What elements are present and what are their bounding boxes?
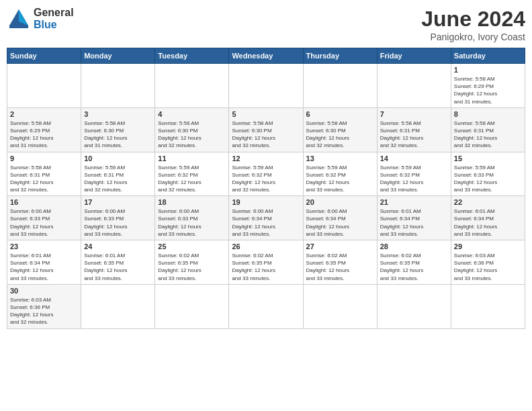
- week-row-2: 9Sunrise: 5:58 AM Sunset: 6:31 PM Daylig…: [7, 152, 525, 196]
- week-row-0: 1Sunrise: 5:58 AM Sunset: 6:29 PM Daylig…: [7, 64, 525, 108]
- day-cell: 28Sunrise: 6:02 AM Sunset: 6:35 PM Dayli…: [377, 240, 451, 285]
- day-cell: 30Sunrise: 6:03 AM Sunset: 6:36 PM Dayli…: [7, 284, 81, 328]
- day-number: 19: [232, 198, 300, 206]
- day-cell: 22Sunrise: 6:01 AM Sunset: 6:34 PM Dayli…: [451, 196, 525, 240]
- day-cell: 1Sunrise: 5:58 AM Sunset: 6:29 PM Daylig…: [451, 64, 525, 108]
- weekday-thursday: Thursday: [303, 48, 377, 64]
- page-header: General Blue June 2024 Panigokro, Ivory …: [7, 7, 525, 42]
- day-number: 14: [380, 154, 448, 163]
- day-info: Sunrise: 6:01 AM Sunset: 6:34 PM Dayligh…: [10, 252, 78, 282]
- day-cell: [81, 284, 155, 328]
- calendar-body: 1Sunrise: 5:58 AM Sunset: 6:29 PM Daylig…: [7, 64, 525, 329]
- day-cell: 8Sunrise: 5:58 AM Sunset: 6:31 PM Daylig…: [451, 107, 525, 152]
- day-cell: 2Sunrise: 5:58 AM Sunset: 6:29 PM Daylig…: [7, 107, 81, 152]
- day-cell: 21Sunrise: 6:01 AM Sunset: 6:34 PM Dayli…: [377, 196, 451, 240]
- week-row-1: 2Sunrise: 5:58 AM Sunset: 6:29 PM Daylig…: [7, 107, 525, 152]
- calendar-subtitle: Panigokro, Ivory Coast: [421, 32, 525, 42]
- week-row-3: 16Sunrise: 6:00 AM Sunset: 6:33 PM Dayli…: [7, 196, 525, 240]
- day-cell: [377, 64, 451, 108]
- day-number: 27: [306, 242, 374, 250]
- day-number: 9: [10, 154, 78, 163]
- day-number: 5: [232, 110, 300, 118]
- day-number: 26: [232, 242, 300, 250]
- calendar-header: SundayMondayTuesdayWednesdayThursdayFrid…: [7, 48, 525, 64]
- day-cell: 14Sunrise: 5:59 AM Sunset: 6:32 PM Dayli…: [377, 152, 451, 196]
- logo-icon: [7, 7, 31, 31]
- day-info: Sunrise: 6:02 AM Sunset: 6:35 PM Dayligh…: [380, 252, 448, 282]
- logo-text: General Blue: [34, 7, 74, 30]
- day-cell: 11Sunrise: 5:59 AM Sunset: 6:32 PM Dayli…: [155, 152, 229, 196]
- day-cell: 25Sunrise: 6:02 AM Sunset: 6:35 PM Dayli…: [155, 240, 229, 285]
- day-info: Sunrise: 5:59 AM Sunset: 6:31 PM Dayligh…: [84, 164, 152, 194]
- day-info: Sunrise: 6:00 AM Sunset: 6:34 PM Dayligh…: [306, 208, 374, 238]
- weekday-wednesday: Wednesday: [229, 48, 303, 64]
- day-cell: 27Sunrise: 6:02 AM Sunset: 6:35 PM Dayli…: [303, 240, 377, 285]
- day-info: Sunrise: 6:02 AM Sunset: 6:35 PM Dayligh…: [232, 252, 300, 282]
- day-info: Sunrise: 5:58 AM Sunset: 6:30 PM Dayligh…: [306, 120, 374, 150]
- day-cell: [303, 284, 377, 328]
- day-info: Sunrise: 6:03 AM Sunset: 6:36 PM Dayligh…: [454, 252, 522, 282]
- week-row-5: 30Sunrise: 6:03 AM Sunset: 6:36 PM Dayli…: [7, 284, 525, 328]
- day-info: Sunrise: 5:59 AM Sunset: 6:32 PM Dayligh…: [306, 164, 374, 194]
- day-number: 7: [380, 110, 448, 118]
- calendar-page: General Blue June 2024 Panigokro, Ivory …: [0, 0, 532, 411]
- day-cell: [155, 64, 229, 108]
- day-number: 30: [10, 287, 78, 295]
- day-number: 8: [454, 110, 522, 118]
- day-info: Sunrise: 6:00 AM Sunset: 6:33 PM Dayligh…: [84, 208, 152, 238]
- day-info: Sunrise: 6:00 AM Sunset: 6:33 PM Dayligh…: [158, 208, 226, 238]
- day-number: 2: [10, 110, 78, 118]
- day-cell: 29Sunrise: 6:03 AM Sunset: 6:36 PM Dayli…: [451, 240, 525, 285]
- day-cell: 19Sunrise: 6:00 AM Sunset: 6:34 PM Dayli…: [229, 196, 303, 240]
- day-cell: 9Sunrise: 5:58 AM Sunset: 6:31 PM Daylig…: [7, 152, 81, 196]
- day-number: 6: [306, 110, 374, 118]
- day-cell: 20Sunrise: 6:00 AM Sunset: 6:34 PM Dayli…: [303, 196, 377, 240]
- day-cell: [7, 64, 81, 108]
- day-number: 20: [306, 198, 374, 206]
- day-info: Sunrise: 5:59 AM Sunset: 6:33 PM Dayligh…: [454, 164, 522, 194]
- day-cell: 13Sunrise: 5:59 AM Sunset: 6:32 PM Dayli…: [303, 152, 377, 196]
- day-number: 23: [10, 242, 78, 250]
- day-info: Sunrise: 5:58 AM Sunset: 6:31 PM Dayligh…: [380, 120, 448, 150]
- svg-rect-2: [9, 26, 28, 28]
- day-cell: 17Sunrise: 6:00 AM Sunset: 6:33 PM Dayli…: [81, 196, 155, 240]
- day-number: 4: [158, 110, 226, 118]
- day-number: 24: [84, 242, 152, 250]
- day-cell: 12Sunrise: 5:59 AM Sunset: 6:32 PM Dayli…: [229, 152, 303, 196]
- day-cell: 24Sunrise: 6:01 AM Sunset: 6:35 PM Dayli…: [81, 240, 155, 285]
- day-cell: 6Sunrise: 5:58 AM Sunset: 6:30 PM Daylig…: [303, 107, 377, 152]
- day-cell: 15Sunrise: 5:59 AM Sunset: 6:33 PM Dayli…: [451, 152, 525, 196]
- day-number: 25: [158, 242, 226, 250]
- day-cell: 7Sunrise: 5:58 AM Sunset: 6:31 PM Daylig…: [377, 107, 451, 152]
- day-info: Sunrise: 5:58 AM Sunset: 6:30 PM Dayligh…: [158, 120, 226, 150]
- day-info: Sunrise: 5:59 AM Sunset: 6:32 PM Dayligh…: [158, 164, 226, 194]
- day-cell: 5Sunrise: 5:58 AM Sunset: 6:30 PM Daylig…: [229, 107, 303, 152]
- calendar-table: SundayMondayTuesdayWednesdayThursdayFrid…: [7, 48, 525, 329]
- day-number: 12: [232, 154, 300, 163]
- day-number: 21: [380, 198, 448, 206]
- day-number: 22: [454, 198, 522, 206]
- day-info: Sunrise: 5:58 AM Sunset: 6:30 PM Dayligh…: [232, 120, 300, 150]
- logo: General Blue: [7, 7, 74, 31]
- day-info: Sunrise: 5:58 AM Sunset: 6:29 PM Dayligh…: [454, 75, 522, 105]
- day-cell: 23Sunrise: 6:01 AM Sunset: 6:34 PM Dayli…: [7, 240, 81, 285]
- day-cell: 16Sunrise: 6:00 AM Sunset: 6:33 PM Dayli…: [7, 196, 81, 240]
- day-number: 13: [306, 154, 374, 163]
- day-number: 17: [84, 198, 152, 206]
- day-cell: [81, 64, 155, 108]
- day-info: Sunrise: 5:58 AM Sunset: 6:31 PM Dayligh…: [454, 120, 522, 150]
- day-cell: [155, 284, 229, 328]
- weekday-monday: Monday: [81, 48, 155, 64]
- title-block: June 2024 Panigokro, Ivory Coast: [421, 7, 525, 42]
- day-info: Sunrise: 5:58 AM Sunset: 6:29 PM Dayligh…: [10, 120, 78, 150]
- day-cell: [303, 64, 377, 108]
- day-cell: 26Sunrise: 6:02 AM Sunset: 6:35 PM Dayli…: [229, 240, 303, 285]
- day-number: 28: [380, 242, 448, 250]
- day-cell: 3Sunrise: 5:58 AM Sunset: 6:30 PM Daylig…: [81, 107, 155, 152]
- day-info: Sunrise: 5:59 AM Sunset: 6:32 PM Dayligh…: [232, 164, 300, 194]
- day-info: Sunrise: 5:58 AM Sunset: 6:31 PM Dayligh…: [10, 164, 78, 194]
- day-cell: 10Sunrise: 5:59 AM Sunset: 6:31 PM Dayli…: [81, 152, 155, 196]
- calendar-title: June 2024: [421, 7, 525, 32]
- weekday-tuesday: Tuesday: [155, 48, 229, 64]
- day-cell: [229, 284, 303, 328]
